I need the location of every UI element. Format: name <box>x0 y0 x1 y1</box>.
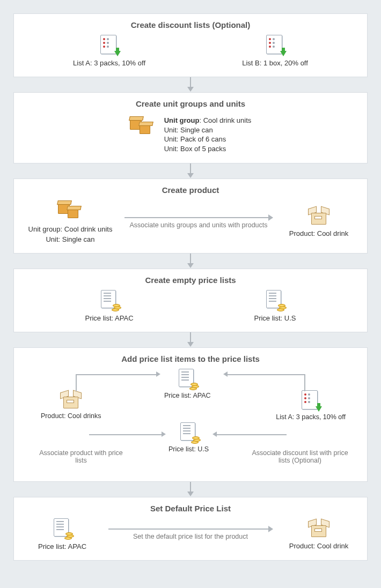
right-caption: Associate discount list with price lists… <box>249 449 351 464</box>
price-list-apac-node: Price list: APAC <box>25 518 100 550</box>
arrow-head-icon <box>156 371 160 377</box>
unit-group-value: : Cool drink units <box>199 116 251 124</box>
price-list-icon <box>100 290 119 310</box>
list-download-icon <box>100 35 119 55</box>
associate-arrow-icon <box>108 529 273 530</box>
price-list-icon <box>265 290 284 310</box>
boxes-icon <box>130 116 155 137</box>
connector-line <box>217 434 287 435</box>
price-list-label: Price list: U.S <box>254 314 296 322</box>
card-title: Add price list items to the price lists <box>25 354 356 363</box>
card-title: Create empty price lists <box>25 276 356 285</box>
product-node: Product: Cool drinks <box>41 390 101 420</box>
unit-group-label: Unit group <box>164 116 200 124</box>
discount-list-a-label: List A: 3 packs, 10% off <box>73 59 145 67</box>
price-list-us-node: Price list: U.S <box>168 422 209 453</box>
unit-line: Unit: Pack of 6 cans <box>164 135 252 144</box>
flow-arrow-icon <box>13 332 368 347</box>
arrow-head-icon <box>223 371 228 377</box>
price-list-label: Price list: U.S <box>168 445 209 453</box>
price-list-label: Price list: APAC <box>25 542 100 550</box>
price-list-icon <box>178 369 197 389</box>
card-title: Create discount lists (Optional) <box>25 20 356 29</box>
card-title: Set Default Price List <box>25 504 356 513</box>
list-download-icon <box>266 35 284 55</box>
open-box-icon <box>308 206 329 226</box>
price-list-label: Price list: APAC <box>85 314 133 322</box>
step-card-unit-groups: Create unit groups and units Unit group:… <box>13 92 368 163</box>
connector-line <box>89 434 162 435</box>
connector-line <box>304 374 305 391</box>
price-list-us: Price list: U.S <box>254 290 296 322</box>
price-list-apac: Price list: APAC <box>85 290 133 322</box>
connector-line <box>76 374 77 391</box>
flow-arrow-icon <box>13 254 368 269</box>
step-card-empty-price-lists: Create empty price lists Price list: APA… <box>13 269 368 332</box>
price-list-icon <box>53 518 72 539</box>
left-caption: Associate product with price lists <box>35 449 127 464</box>
product-node: Product: Cool drink <box>281 206 356 237</box>
flow-arrow-icon <box>13 163 368 178</box>
product-label: Product: Cool drink <box>281 229 356 237</box>
open-box-icon <box>60 390 82 410</box>
unit-line: Unit: Box of 5 packs <box>164 144 252 154</box>
price-list-label: Price list: APAC <box>164 392 211 399</box>
arrow-head-icon <box>213 431 217 437</box>
discount-list-node: List A: 3 packs, 10% off <box>276 390 346 421</box>
discount-list-b: List B: 1 box, 20% off <box>242 35 308 67</box>
product-label: Product: Cool drink <box>281 542 356 550</box>
card-title: Create unit groups and units <box>25 99 356 108</box>
arrow-head-icon <box>162 431 166 437</box>
flow-arrow-icon <box>13 77 368 92</box>
card-title: Create product <box>25 185 356 195</box>
unit-group-node: Unit group: Cool drink units Unit: Singl… <box>25 200 116 243</box>
open-box-icon <box>308 519 329 538</box>
connector-line <box>76 374 156 375</box>
connector-line <box>228 374 305 375</box>
associate-arrow-icon <box>124 217 273 218</box>
unit-group-label: Unit group: Cool drink units <box>25 225 116 233</box>
product-label: Product: Cool drinks <box>41 412 101 420</box>
discount-list-b-label: List B: 1 box, 20% off <box>242 59 308 67</box>
arrow-caption: Set the default price list for the produ… <box>105 533 276 540</box>
discount-list-label: List A: 3 packs, 10% off <box>276 413 346 421</box>
arrow-caption: Associate units groups and units with pr… <box>121 221 276 229</box>
product-node: Product: Cool drink <box>281 519 356 550</box>
unit-group-details: Unit group: Cool drink units Unit: Singl… <box>164 116 252 153</box>
step-card-create-product: Create product Unit group: Cool drink un… <box>13 178 368 254</box>
discount-list-a: List A: 3 packs, 10% off <box>73 35 145 67</box>
step-card-add-price-list-items: Add price list items to the price lists … <box>13 347 368 482</box>
step-card-discount-lists: Create discount lists (Optional) List A:… <box>13 13 368 77</box>
unit-line: Unit: Single can <box>164 125 252 135</box>
list-download-icon <box>302 390 320 411</box>
boxes-icon <box>58 200 83 221</box>
step-card-set-default: Set Default Price List Price list: APAC … <box>13 497 368 561</box>
flow-arrow-icon <box>13 482 368 497</box>
price-list-icon <box>179 422 199 443</box>
price-list-apac-node: Price list: APAC <box>164 369 211 399</box>
unit-label: Unit: Single can <box>25 235 116 243</box>
